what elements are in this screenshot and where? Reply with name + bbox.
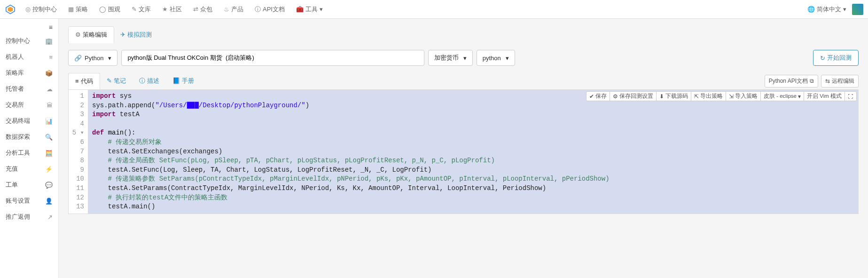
nav-label: 社区 (170, 5, 182, 14)
sidebar-item-icon: ≡ (49, 54, 53, 61)
sidebar-item-10[interactable]: 账号设置👤 (0, 193, 58, 209)
code-line[interactable]: # 传递全局函数 SetFunc(pLog, pSleep, pTA, pCha… (92, 156, 854, 166)
code-line[interactable]: import testA (92, 110, 854, 119)
caret-down-icon: ▾ (108, 55, 111, 62)
language-dropdown[interactable]: 🔗 Python ▾ (68, 50, 117, 66)
code-line[interactable]: def main(): (92, 128, 854, 138)
sidebar-item-icon: 🔍 (45, 134, 53, 141)
sidebar-item-7[interactable]: 分析工具🧮 (0, 145, 58, 161)
link-icon: 🔗 (74, 55, 82, 62)
tab-manual[interactable]: 📘手册 (166, 73, 201, 89)
code-content[interactable]: import syssys.path.append("/Users/███/De… (88, 90, 858, 214)
nav-label: 控制中心 (32, 5, 57, 14)
sidebar-item-icon: 💬 (45, 182, 53, 189)
user-avatar[interactable] (852, 4, 863, 15)
topnav-item-4[interactable]: ★社区 (156, 0, 188, 19)
topnav-item-3[interactable]: ✎文库 (126, 0, 156, 19)
code-line[interactable] (92, 119, 854, 129)
dropdown-label: Python (85, 55, 103, 62)
nav-icon: ◯ (99, 6, 106, 13)
export-strategy-button[interactable]: ⇱导出策略 (691, 91, 726, 101)
sidebar-item-label: 交易终端 (6, 117, 30, 125)
topnav-item-5[interactable]: ⇄众包 (188, 0, 218, 19)
globe-icon: 🌐 (807, 6, 815, 13)
nav-icon: ▦ (68, 6, 74, 13)
button-label: 开启 Vim 模式 (807, 93, 842, 100)
sidebar-item-6[interactable]: 数据探索🔍 (0, 129, 58, 145)
sidebar-item-2[interactable]: 策略库📦 (0, 65, 58, 81)
tab-backtest[interactable]: ✈模拟回测 (114, 27, 158, 43)
theme-dropdown[interactable]: 皮肤 - eclipse ▾ (760, 91, 804, 101)
code-line[interactable]: testA.main() (92, 202, 854, 212)
runtime-dropdown[interactable]: python ▾ (477, 50, 515, 66)
topnav-item-7[interactable]: ⓘAPI文档 (249, 0, 290, 19)
language-switcher[interactable]: 🌐 简体中文 ▾ (802, 0, 852, 19)
sidebar-item-icon: 👤 (45, 198, 53, 205)
sidebar-item-0[interactable]: 控制中心🏢 (0, 33, 58, 49)
nav-label: 策略 (76, 5, 88, 14)
import-icon: ⇲ (729, 93, 734, 100)
tab-description[interactable]: ⓘ描述 (133, 73, 166, 89)
fullscreen-button[interactable]: ⛶ (845, 91, 857, 101)
sidebar-item-3[interactable]: 托管者☁ (0, 81, 58, 97)
topnav-item-0[interactable]: ◎控制中心 (20, 0, 63, 19)
nav-icon: 🧰 (296, 6, 304, 13)
vim-mode-button[interactable]: 开启 Vim 模式 (804, 91, 845, 101)
code-line[interactable]: testA.SetFunc(Log, Sleep, TA, Chart, Log… (92, 166, 854, 175)
code-line[interactable]: # 传递策略参数 SetParams(pContractTypeIdx, pMa… (92, 175, 854, 184)
nav-icon: ⓘ (255, 5, 261, 14)
sync-icon: ⇆ (825, 78, 830, 84)
tab-label: 模拟回测 (127, 31, 152, 38)
sidebar-item-9[interactable]: 工单💬 (0, 177, 58, 193)
tab-strategy-editor[interactable]: ⚙策略编辑 (68, 26, 114, 43)
topnav-item-6[interactable]: ♨产品 (218, 0, 249, 19)
tab-code[interactable]: ≡代码 (68, 73, 100, 90)
code-line[interactable]: # 传递交易所对象 (92, 138, 854, 147)
code-line[interactable]: # 执行封装的testA文件中的策略主函数 (92, 193, 854, 203)
sidebar-item-1[interactable]: 机器人≡ (0, 49, 58, 65)
save-button[interactable]: ✔保存 (586, 91, 610, 101)
nav-label: 产品 (231, 5, 243, 14)
sidebar-item-11[interactable]: 推广返佣↗ (0, 209, 58, 225)
sidebar-item-icon: ☁ (47, 86, 53, 93)
sidebar-item-label: 控制中心 (6, 37, 30, 45)
code-line[interactable]: testA.SetParams(ContractTypeIdx, MarginL… (92, 184, 854, 193)
tab-label: 代码 (81, 78, 93, 85)
sidebar-item-8[interactable]: 充值⚡ (0, 161, 58, 177)
topnav-item-1[interactable]: ▦策略 (63, 0, 94, 19)
nav-icon: ⇄ (193, 6, 198, 13)
line-number-gutter: 12345 ▾678910111213 (69, 90, 88, 214)
code-line[interactable]: sys.path.append("/Users/███/Desktop/pyth… (92, 101, 854, 111)
strategy-name-input[interactable] (121, 50, 424, 66)
remote-edit-button[interactable]: ⇆ 远程编辑 (821, 75, 859, 87)
code-editor[interactable]: ✔保存 ⚙保存回测设置 ⬇下载源码 ⇱导出策略 ⇲导入策略 皮肤 - eclip… (68, 89, 859, 214)
import-strategy-button[interactable]: ⇲导入策略 (726, 91, 761, 101)
gears-icon: ⚙ (75, 31, 81, 38)
gear-icon: ⚙ (613, 93, 618, 100)
category-dropdown[interactable]: 加密货币 ▾ (428, 50, 473, 66)
button-label: 保存 (595, 93, 607, 100)
sidebar-item-5[interactable]: 交易终端📊 (0, 113, 58, 129)
secondary-tabs-row: ≡代码 ✎笔记 ⓘ描述 📘手册 Python API文档 ⧉ ⇆ 远程编辑 (68, 72, 859, 89)
api-docs-button[interactable]: Python API文档 ⧉ (765, 75, 818, 87)
sidebar-item-label: 机器人 (6, 53, 24, 61)
sidebar-item-4[interactable]: 交易所🏛 (0, 97, 58, 113)
editor-toolbar: ✔保存 ⚙保存回测设置 ⬇下载源码 ⇱导出策略 ⇲导入策略 皮肤 - eclip… (586, 91, 857, 101)
code-line[interactable]: testA.SetExchanges(exchanges) (92, 147, 854, 157)
sidebar-item-label: 交易所 (6, 101, 24, 109)
nav-icon: ♨ (224, 6, 229, 13)
svg-marker-1 (8, 7, 13, 12)
sidebar-toggle[interactable]: ≡ (0, 22, 58, 33)
topnav-item-8[interactable]: 🧰工具 ▾ (290, 0, 328, 19)
save-settings-button[interactable]: ⚙保存回测设置 (610, 91, 657, 101)
secondary-tabs: ≡代码 ✎笔记 ⓘ描述 📘手册 (68, 72, 201, 89)
language-label: 简体中文 ▾ (817, 5, 846, 14)
download-source-button[interactable]: ⬇下载源码 (656, 91, 691, 101)
tab-notes[interactable]: ✎笔记 (100, 73, 133, 89)
download-icon: ⬇ (659, 93, 664, 100)
caret-down-icon: ▾ (798, 93, 801, 100)
topnav-item-2[interactable]: ◯围观 (94, 0, 126, 19)
sidebar-item-icon: 🧮 (45, 150, 53, 157)
start-backtest-button[interactable]: ↻ 开始回测 (813, 50, 859, 66)
pencil-icon: ✎ (107, 77, 112, 84)
